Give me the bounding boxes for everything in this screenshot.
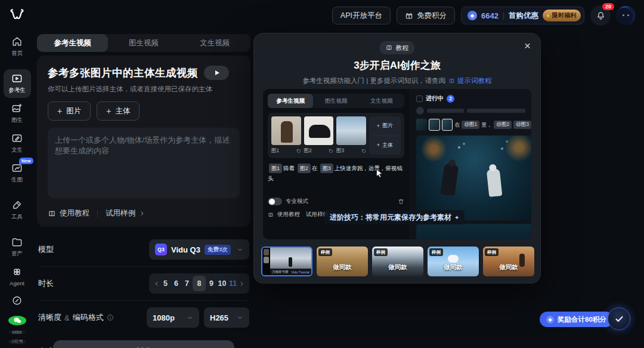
plus-icon: +: [57, 106, 62, 116]
sidebar-item-text-to-video[interactable]: 文生: [4, 129, 31, 158]
duration-option-7[interactable]: 7: [182, 279, 192, 288]
tab-text-video[interactable]: 文生视频: [179, 34, 250, 52]
sidebar: 首页 参考生 图生 文生 New 生图 工具 资产 Agent bilibili: [0, 29, 34, 348]
duration-next-arrow[interactable]: [239, 281, 245, 287]
model-label: 模型: [38, 244, 54, 255]
avatar[interactable]: [617, 6, 636, 25]
api-platform-button[interactable]: API开放平台: [332, 7, 391, 24]
demo-ref-1: 图1: [271, 116, 301, 155]
chevron-down-icon: [187, 315, 193, 321]
prompt-tutorial-link[interactable]: 提示词教程: [448, 76, 492, 85]
trash-icon: [398, 198, 404, 205]
demo-result-tags: 在 @图1 里， @图2 @图3: [416, 119, 531, 131]
plus-icon: +: [106, 106, 111, 116]
text-to-video-icon: [11, 133, 23, 144]
divers-result-image: [416, 135, 531, 220]
chevron-down-icon: [237, 315, 243, 321]
sidebar-item-tools[interactable]: 工具: [4, 196, 31, 224]
wechat-icon[interactable]: [8, 316, 26, 325]
tab-reference-video[interactable]: 参考生视频: [37, 34, 108, 52]
free-credits-button[interactable]: 免费积分: [397, 7, 455, 24]
duration-option-8-selected[interactable]: 8: [193, 276, 206, 291]
tab-image-video[interactable]: 图生视频: [108, 34, 179, 52]
agent-icon: [11, 266, 23, 278]
gift-icon: [405, 11, 413, 20]
coin-icon: ◆: [546, 316, 554, 324]
advanced-tip-tooltip: 进阶技巧：将常用元素保存为参考素材 ✦: [324, 210, 465, 224]
quality-codec-label: 清晰度 & 编码格式: [38, 312, 114, 323]
landscape-thumbnail: [336, 116, 366, 145]
duration-option-5[interactable]: 5: [160, 279, 171, 288]
tutorial-link[interactable]: 使用教程: [48, 208, 89, 218]
model-value: Vidu Q3: [171, 245, 200, 254]
check-icon: [614, 314, 624, 324]
sparkle-icon: ✦: [454, 214, 459, 221]
chevron-down-icon: [237, 247, 243, 253]
sample-card-2[interactable]: 样例 做同款: [372, 247, 423, 276]
sample-card-4[interactable]: 样例 做同款: [483, 247, 534, 276]
add-image-button[interactable]: + 图片: [48, 101, 91, 121]
make-same-button[interactable]: 做同款: [483, 263, 534, 272]
tools-icon: [11, 199, 23, 211]
sample-link[interactable]: 试用样例: [106, 208, 145, 218]
sidebar-item-image-gen[interactable]: New 生图: [4, 159, 31, 187]
mouse-cursor: [375, 168, 384, 178]
resolution-select[interactable]: 1080p: [147, 307, 199, 328]
duration-option-6[interactable]: 6: [171, 279, 181, 288]
pill-divider: |: [503, 11, 504, 20]
codec-select[interactable]: H265: [204, 307, 249, 328]
duration-option-11[interactable]: 11: [228, 279, 238, 288]
model-q3-icon: Q3: [155, 244, 167, 255]
bell-icon: [596, 11, 606, 21]
home-icon: [11, 36, 23, 47]
duration-prev-arrow[interactable]: [153, 281, 160, 287]
intro-video-button[interactable]: [204, 66, 229, 80]
sidebar-item-image-to-video[interactable]: 图生: [4, 99, 31, 128]
notifications-button[interactable]: 20: [590, 5, 611, 26]
reference-card: 参考多张图片中的主体生成视频 你可以上传图片选择主体，或者直接使用已保存的主体 …: [37, 56, 250, 227]
xiaohongshu-icon[interactable]: 小红书: [8, 339, 26, 344]
second-result-image: [416, 224, 531, 239]
reference-video-icon: [11, 73, 23, 84]
bilibili-icon[interactable]: bilibili: [8, 330, 26, 334]
demo-ref-2: 图2: [304, 116, 334, 155]
credits-pill[interactable]: ◆ 6642 | 首购优惠 限时福利: [461, 7, 584, 24]
tutorial-video-card[interactable]: 万物皆可骑 Vidu Tutorial: [261, 247, 312, 276]
horse-thumbnail: [304, 116, 334, 145]
sidebar-item-home[interactable]: 首页: [4, 32, 31, 61]
sample-card-1[interactable]: 样例 做同款: [317, 247, 368, 276]
duration-stepper: 5 6 7 8 9 10 11: [149, 273, 249, 294]
duration-option-9[interactable]: 9: [206, 279, 216, 288]
create-button[interactable]: 创作: [53, 340, 234, 348]
model-select[interactable]: Q3 Vidu Q3 免费3次: [149, 239, 249, 260]
demo-tab-reference: 参考生视频: [268, 94, 313, 108]
sidebar-item-assets[interactable]: 资产: [4, 233, 31, 261]
refresh-icon: [296, 149, 301, 153]
sample-card-3[interactable]: 样例 做同款: [428, 247, 479, 276]
vidu-logo[interactable]: [9, 7, 25, 22]
credit-balance: 6642: [481, 11, 499, 20]
make-same-button[interactable]: 做同款: [428, 263, 479, 272]
tutorial-badge: 教程: [380, 41, 415, 54]
make-same-button[interactable]: 做同款: [372, 263, 423, 272]
demo-user-row: [416, 107, 531, 115]
prompt-input[interactable]: [48, 128, 240, 198]
sidebar-item-agent[interactable]: Agent: [4, 263, 31, 290]
image-to-video-icon: [11, 103, 23, 114]
duration-option-10[interactable]: 10: [217, 279, 227, 288]
book-icon: [448, 78, 455, 84]
demo-checkbox: [416, 96, 423, 102]
sidebar-item-feedback[interactable]: [4, 291, 31, 310]
make-same-button[interactable]: 做同款: [317, 263, 368, 272]
flash-sale-badge: 限时福利: [543, 10, 581, 21]
first-purchase-label: 首购优惠: [509, 11, 538, 21]
add-subject-button[interactable]: + 主体: [97, 101, 140, 121]
demo-add-column: +图片 +主体: [369, 116, 401, 155]
demo-ref-3: 图3: [336, 116, 366, 155]
modal-title: 3步开启AI创作之旅: [254, 58, 540, 72]
sidebar-item-reference-gen[interactable]: 参考生: [4, 69, 31, 98]
panel-tabbar: 参考生视频 图生视频 文生视频: [37, 34, 250, 52]
close-icon[interactable]: ×: [524, 39, 531, 53]
create-area: 生成 创作: [37, 337, 250, 348]
reward-claim-button[interactable]: [608, 307, 630, 330]
